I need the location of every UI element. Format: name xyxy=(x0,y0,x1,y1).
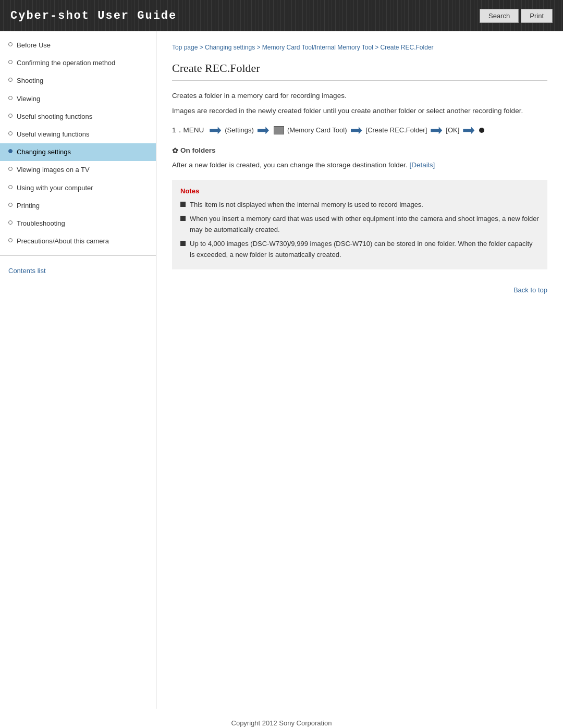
sidebar-items: Before UseConfirming the operation metho… xyxy=(0,36,156,250)
sidebar-dot xyxy=(8,238,13,242)
note-bullet-2 xyxy=(180,241,186,246)
content-body: Creates a folder in a memory card for re… xyxy=(172,90,547,269)
sidebar-dot xyxy=(8,114,13,118)
sidebar-dot xyxy=(8,185,13,189)
step-number: 1．MENU xyxy=(172,125,204,137)
sidebar-item-label: Using with your computer xyxy=(17,183,150,193)
back-to-top-link[interactable]: Back to top xyxy=(513,286,547,294)
folders-heading-text: On folders xyxy=(180,145,216,157)
sidebar-dot xyxy=(8,42,13,46)
note-bullet-0 xyxy=(180,202,186,207)
breadcrumb-separator: > xyxy=(373,44,381,51)
sidebar-item-useful-shooting-functions[interactable]: Useful shooting functions xyxy=(0,108,156,126)
step-ok: [OK] xyxy=(446,125,459,136)
copyright-text: Copyright 2012 Sony Corporation xyxy=(231,719,332,727)
sidebar-dot xyxy=(8,167,13,171)
contents-list-link[interactable]: Contents list xyxy=(8,267,46,275)
folders-details-link[interactable]: [Details] xyxy=(410,161,435,169)
sidebar-item-label: Printing xyxy=(17,201,150,211)
sidebar-item-before-use[interactable]: Before Use xyxy=(0,36,156,54)
note-item-1: When you insert a memory card that was u… xyxy=(180,214,539,236)
sidebar-dot xyxy=(8,203,13,207)
folders-heading: ✿ On folders xyxy=(172,145,547,157)
breadcrumb-item-0[interactable]: Top page xyxy=(172,44,198,51)
layout: Before UseConfirming the operation metho… xyxy=(0,31,563,709)
arrow-icon-5 xyxy=(463,127,474,134)
sidebar-item-label: Precautions/About this camera xyxy=(17,237,150,246)
note-bullet-1 xyxy=(180,216,186,221)
sidebar-item-viewing[interactable]: Viewing xyxy=(0,90,156,108)
folders-section: ✿ On folders After a new folder is creat… xyxy=(172,145,547,171)
sidebar-dot xyxy=(8,78,13,82)
print-button[interactable]: Print xyxy=(521,9,553,23)
sun-icon: ✿ xyxy=(172,145,178,157)
sidebar-item-label: Before Use xyxy=(17,41,150,50)
note-text-2: Up to 4,000 images (DSC-W730)/9,999 imag… xyxy=(190,239,539,261)
memory-card-icon xyxy=(274,126,284,134)
notes-items: This item is not displayed when the inte… xyxy=(180,200,539,260)
arrow-icon-1 xyxy=(210,127,221,134)
content-footer: Back to top xyxy=(172,282,547,294)
breadcrumb-item-2[interactable]: Memory Card Tool/Internal Memory Tool xyxy=(262,44,373,51)
note-text-0: This item is not displayed when the inte… xyxy=(190,200,539,211)
breadcrumb-item-3[interactable]: Create REC.Folder xyxy=(381,44,434,51)
breadcrumb-separator: > xyxy=(198,44,205,51)
sidebar-footer: Contents list xyxy=(0,255,156,280)
step-settings: (Settings) xyxy=(225,125,254,136)
folders-description: After a new folder is created, you can c… xyxy=(172,159,547,171)
note-item-0: This item is not displayed when the inte… xyxy=(180,200,539,211)
sidebar-item-troubleshooting[interactable]: Troubleshooting xyxy=(0,215,156,232)
sidebar-item-label: Confirming the operation method xyxy=(17,58,150,68)
note-text-1: When you insert a memory card that was u… xyxy=(190,214,539,236)
step-create: [Create REC.Folder] xyxy=(366,125,427,136)
sidebar-item-confirming-the-operation-method[interactable]: Confirming the operation method xyxy=(0,54,156,72)
breadcrumb-separator: > xyxy=(255,44,262,51)
sidebar-dot xyxy=(8,220,13,225)
note-item-2: Up to 4,000 images (DSC-W730)/9,999 imag… xyxy=(180,239,539,261)
sidebar-item-label: Useful viewing functions xyxy=(17,130,150,139)
description-1: Creates a folder in a memory card for re… xyxy=(172,90,547,102)
step-row: 1．MENU (Settings) (Memory Card Tool) [Cr… xyxy=(172,125,547,137)
sidebar-dot xyxy=(8,60,13,64)
sidebar-item-precautions-about-this-camera[interactable]: Precautions/About this camera xyxy=(0,232,156,250)
notes-section: Notes This item is not displayed when th… xyxy=(172,180,547,270)
search-button[interactable]: Search xyxy=(480,9,519,23)
arrow-icon-2 xyxy=(258,127,269,134)
arrow-icon-3 xyxy=(351,127,362,134)
sidebar-dot xyxy=(8,131,13,135)
sidebar-item-label: Useful shooting functions xyxy=(17,112,150,121)
sidebar-item-printing[interactable]: Printing xyxy=(0,197,156,215)
main-content: Top page > Changing settings > Memory Ca… xyxy=(156,31,563,709)
sidebar-item-using-with-your-computer[interactable]: Using with your computer xyxy=(0,179,156,197)
notes-heading: Notes xyxy=(180,186,539,197)
sidebar-item-useful-viewing-functions[interactable]: Useful viewing functions xyxy=(0,126,156,143)
confirm-icon xyxy=(479,128,484,133)
sidebar-item-label: Troubleshooting xyxy=(17,219,150,228)
breadcrumb-item-1[interactable]: Changing settings xyxy=(205,44,255,51)
page-title: Create REC.Folder xyxy=(172,61,547,81)
sidebar-item-viewing-images-on-a-tv[interactable]: Viewing images on a TV xyxy=(0,161,156,179)
breadcrumb-text: Top page > Changing settings > Memory Ca… xyxy=(172,44,434,51)
breadcrumb: Top page > Changing settings > Memory Ca… xyxy=(172,44,547,51)
app-title: Cyber-shot User Guide xyxy=(10,9,177,22)
page-footer: Copyright 2012 Sony Corporation xyxy=(0,709,563,728)
step-memory: (Memory Card Tool) xyxy=(287,125,347,136)
sidebar-dot xyxy=(8,149,13,153)
sidebar-item-label: Viewing images on a TV xyxy=(17,165,150,175)
sidebar: Before UseConfirming the operation metho… xyxy=(0,31,156,709)
sidebar-dot xyxy=(8,96,13,100)
header: Cyber-shot User Guide Search Print xyxy=(0,0,563,31)
sidebar-item-changing-settings[interactable]: Changing settings xyxy=(0,143,156,161)
header-buttons: Search Print xyxy=(480,9,553,23)
description-2: Images are recorded in the newly created… xyxy=(172,105,547,117)
sidebar-item-label: Viewing xyxy=(17,94,150,104)
arrow-icon-4 xyxy=(431,127,442,134)
sidebar-item-label: Shooting xyxy=(17,76,150,85)
sidebar-item-label: Changing settings xyxy=(17,147,150,157)
sidebar-item-shooting[interactable]: Shooting xyxy=(0,72,156,90)
